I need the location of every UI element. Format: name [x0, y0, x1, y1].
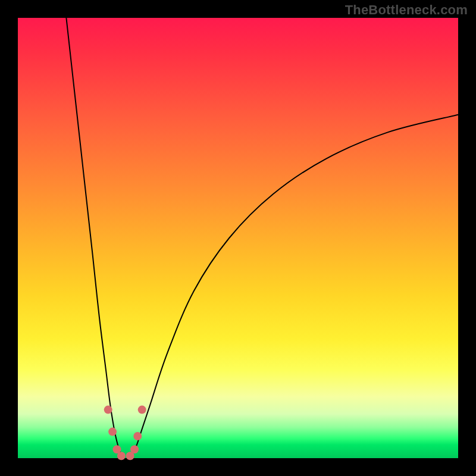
- chart-frame: TheBottleneck.com: [0, 0, 476, 476]
- threshold-marker: [138, 406, 146, 414]
- curve-svg: [18, 18, 458, 458]
- threshold-marker: [108, 428, 117, 436]
- bottleneck-curve: [66, 18, 458, 459]
- plot-area: [18, 18, 458, 458]
- threshold-markers: [104, 406, 146, 461]
- watermark-text: TheBottleneck.com: [345, 2, 468, 18]
- threshold-marker: [133, 432, 142, 440]
- threshold-marker: [104, 406, 112, 414]
- threshold-marker: [130, 445, 139, 453]
- threshold-marker: [117, 452, 126, 460]
